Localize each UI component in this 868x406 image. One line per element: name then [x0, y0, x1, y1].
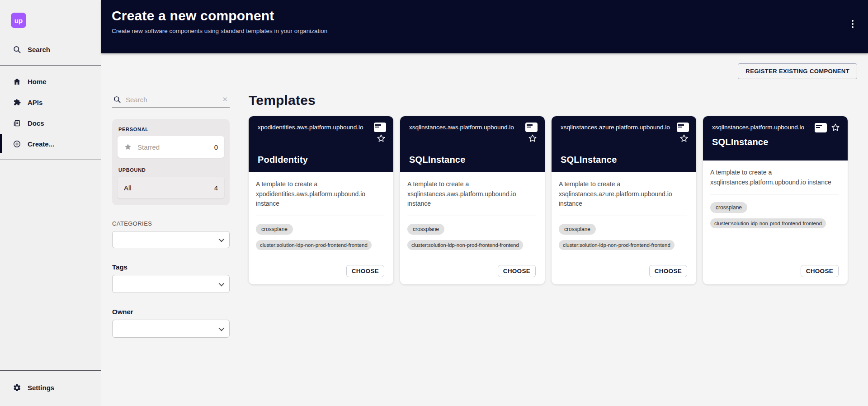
- template-card-podidentity: xpodidentities.aws.platform.upbound.io P…: [249, 116, 393, 284]
- register-existing-component-button[interactable]: REGISTER EXISTING COMPONENT: [738, 63, 857, 79]
- tags-label: Tags: [112, 263, 230, 271]
- personal-section-label: PERSONAL: [118, 125, 224, 136]
- filters-panel: ✕ PERSONAL Starred 0 UPBOUND All 4: [112, 93, 230, 338]
- main-area: Create a new component Create new softwa…: [101, 0, 868, 406]
- sidebar-item-label: Create...: [28, 140, 54, 148]
- card-body: A template to create a xsqlinstances.aws…: [400, 172, 545, 284]
- all-count: 4: [214, 184, 218, 192]
- search-icon: [113, 95, 121, 104]
- template-description: A template to create a xpodidentities.aw…: [256, 179, 384, 209]
- tag-chip: cluster:solution-idp-non-prod-frontend-f…: [407, 240, 523, 250]
- card-header: xpodidentities.aws.platform.upbound.io P…: [249, 116, 393, 172]
- template-type-icon: [525, 123, 538, 132]
- kebab-vertical-icon[interactable]: [850, 18, 855, 30]
- template-title: PodIdentity: [258, 155, 386, 165]
- divider: [710, 194, 839, 194]
- sidebar-item-label: APIs: [28, 99, 42, 106]
- choose-button[interactable]: CHOOSE: [649, 265, 687, 277]
- owner-select[interactable]: [112, 320, 230, 338]
- template-card-sqlinstance-platform: xsqlinstances.platform.upbound.io SQLIns…: [703, 116, 848, 284]
- toolbar-row: REGISTER EXISTING COMPONENT: [112, 63, 857, 79]
- tag-chip: crossplane: [559, 224, 596, 235]
- choose-button[interactable]: CHOOSE: [346, 265, 384, 277]
- page-content: REGISTER EXISTING COMPONENT ✕ PERSONAL S: [101, 53, 868, 406]
- divider: [407, 216, 536, 216]
- sidebar-item-docs[interactable]: Docs: [0, 113, 101, 133]
- card-body: A template to create a xsqlinstances.pla…: [703, 161, 848, 284]
- choose-button[interactable]: CHOOSE: [498, 265, 536, 277]
- entity-ref: xpodidentities.aws.platform.upbound.io: [258, 123, 370, 132]
- tag-chips: crossplane cluster:solution-idp-non-prod…: [256, 224, 384, 250]
- template-description: A template to create a xsqlinstances.aws…: [407, 179, 536, 209]
- filter-search-box: ✕: [112, 93, 230, 108]
- tag-chip: cluster:solution-idp-non-prod-frontend-f…: [559, 240, 675, 250]
- starred-filter-row[interactable]: Starred 0: [118, 136, 224, 158]
- card-header: xsqlinstances.platform.upbound.io SQLIns…: [703, 116, 848, 161]
- sidebar-item-label: Home: [28, 78, 47, 85]
- sidebar-item-create[interactable]: Create...: [0, 133, 101, 154]
- tag-chip: cluster:solution-idp-non-prod-frontend-f…: [710, 218, 826, 228]
- template-card-sqlinstance-azure: xsqlinstances.azure.platform.upbound.io …: [552, 116, 696, 284]
- sidebar-nav: Home APIs Docs Create...: [0, 66, 101, 160]
- owner-filter-group: Owner: [112, 308, 230, 338]
- owner-picker-card: PERSONAL Starred 0 UPBOUND All 4: [112, 119, 230, 205]
- star-outline-icon[interactable]: [376, 133, 386, 143]
- template-title: SQLInstance: [561, 155, 689, 165]
- sidebar-item-settings[interactable]: Settings: [0, 377, 101, 398]
- choose-button[interactable]: CHOOSE: [801, 265, 839, 277]
- tags-select[interactable]: [112, 275, 230, 293]
- upbound-logo[interactable]: up: [11, 13, 26, 28]
- tag-chip: crossplane: [710, 202, 747, 213]
- owner-label: Owner: [112, 308, 230, 316]
- tag-chip: cluster:solution-idp-non-prod-frontend-f…: [256, 240, 372, 250]
- sidebar-bottom: Settings: [0, 371, 101, 406]
- card-header: xsqlinstances.azure.platform.upbound.io …: [552, 116, 696, 172]
- template-description: A template to create a xsqlinstances.pla…: [710, 168, 839, 187]
- template-cards-grid: xpodidentities.aws.platform.upbound.io P…: [249, 116, 857, 284]
- starred-label: Starred: [137, 143, 160, 151]
- page-title: Create a new component: [112, 8, 856, 24]
- star-outline-icon[interactable]: [679, 133, 689, 143]
- chevron-down-icon: [219, 325, 225, 331]
- tag-chips: crossplane cluster:solution-idp-non-prod…: [407, 224, 536, 250]
- sidebar-item-apis[interactable]: APIs: [0, 92, 101, 113]
- all-filter-row[interactable]: All 4: [118, 177, 224, 198]
- upbound-section-label: UPBOUND: [118, 165, 224, 177]
- categories-select[interactable]: [112, 231, 230, 248]
- chevron-down-icon: [219, 280, 225, 286]
- card-body: A template to create a xpodidentities.aw…: [249, 172, 393, 284]
- tags-filter-group: Tags: [112, 263, 230, 293]
- template-title: SQLInstance: [712, 137, 840, 147]
- template-description: A template to create a xsqlinstances.azu…: [559, 179, 687, 209]
- star-outline-icon[interactable]: [830, 123, 840, 132]
- tag-chip: crossplane: [407, 224, 444, 235]
- tag-chips: crossplane cluster:solution-idp-non-prod…: [710, 202, 839, 228]
- all-label: All: [124, 184, 132, 192]
- app-window: up Search Home APIs Docs Create...: [0, 0, 868, 406]
- clear-search-icon[interactable]: ✕: [221, 95, 229, 104]
- star-outline-icon[interactable]: [528, 133, 538, 143]
- gear-icon: [13, 383, 21, 392]
- card-body: A template to create a xsqlinstances.azu…: [552, 172, 696, 284]
- templates-heading: Templates: [249, 93, 857, 108]
- starred-count: 0: [214, 143, 218, 151]
- sidebar-item-label: Settings: [28, 384, 54, 392]
- entity-ref: xsqlinstances.platform.upbound.io: [712, 123, 811, 132]
- entity-ref: xsqlinstances.aws.platform.upbound.io: [409, 123, 522, 132]
- sidebar-item-search[interactable]: Search: [0, 39, 101, 60]
- page-subtitle: Create new software components using sta…: [112, 28, 856, 34]
- sidebar: up Search Home APIs Docs Create...: [0, 0, 101, 406]
- template-title: SQLInstance: [409, 155, 538, 165]
- chevron-down-icon: [219, 236, 225, 242]
- sidebar-spacer: [0, 160, 101, 370]
- sidebar-item-label: Docs: [28, 119, 44, 127]
- template-type-icon: [815, 123, 827, 132]
- sidebar-item-home[interactable]: Home: [0, 71, 101, 92]
- template-card-sqlinstance-aws: xsqlinstances.aws.platform.upbound.io SQ…: [400, 116, 545, 284]
- content-row: ✕ PERSONAL Starred 0 UPBOUND All 4: [112, 93, 857, 338]
- tag-chip: crossplane: [256, 224, 293, 235]
- template-type-icon: [374, 123, 386, 132]
- page-header: Create a new component Create new softwa…: [101, 0, 868, 53]
- templates-section: Templates xpodidentities.aws.platform.up…: [249, 93, 857, 338]
- filter-search-input[interactable]: [126, 96, 217, 104]
